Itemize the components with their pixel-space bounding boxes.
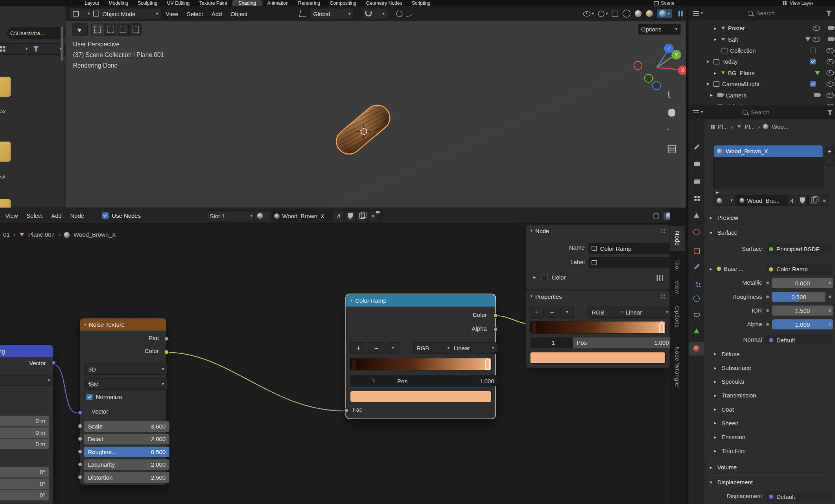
mapping-node-header[interactable]: ▾ Mapping	[0, 345, 53, 357]
panel-collapse-icon[interactable]: ▾	[530, 294, 532, 299]
asset-thumbnail[interactable]	[0, 142, 11, 162]
editor-type-button[interactable]: ▾	[689, 11, 703, 16]
sidebar-tab-node[interactable]: Node	[670, 226, 685, 251]
mapping-location-x[interactable]: 0 m	[0, 416, 49, 426]
ramp-interpolation-dropdown[interactable]: Linear▾	[450, 342, 497, 354]
sidebar-tab-options[interactable]: Options	[670, 301, 685, 333]
collection-exclude-checkbox[interactable]	[810, 47, 816, 53]
collapse-icon[interactable]: ▾	[704, 59, 711, 64]
displacement-panel-header[interactable]: ▾ Displacement	[708, 475, 830, 489]
decorator-dot[interactable]	[829, 323, 831, 326]
noise-distortion-slider[interactable]: Distortion2.500	[84, 472, 170, 483]
outliner-row-poster[interactable]: ▸ Poster	[689, 22, 835, 33]
menu-select[interactable]: Select	[182, 6, 207, 21]
normalize-checkbox[interactable]: Normalize	[86, 394, 122, 400]
mapping-location-y[interactable]: 0 m	[0, 427, 49, 438]
outliner-filter-icon[interactable]	[826, 11, 832, 16]
material-slot-list[interactable]: Wood_Brown_X	[713, 145, 823, 188]
tool-options-dropdown[interactable]: Options▾	[638, 24, 680, 35]
collection-include-checkbox[interactable]	[810, 59, 816, 64]
properties-panel-title[interactable]: Properties	[535, 293, 562, 300]
node-color-row[interactable]: ▸ Color	[531, 274, 566, 280]
render-tab-icon[interactable]	[693, 160, 700, 168]
noise-roughness-socket[interactable]	[77, 449, 82, 454]
filter-button[interactable]: ▾	[30, 43, 65, 55]
view-layer-tab-icon[interactable]	[693, 194, 700, 202]
panel-drag-handle-icon[interactable]	[661, 229, 662, 230]
noise-dimensions-dropdown[interactable]: 3D▾	[85, 364, 168, 375]
outliner-row-bg-plane[interactable]: ▸ BG_Plane	[689, 67, 835, 78]
noise-type-dropdown[interactable]: fBM▾	[85, 379, 168, 390]
ramp-active-color-swatch[interactable]	[350, 391, 491, 402]
panel-ramp-index-field[interactable]: 1	[530, 337, 576, 348]
menu-add[interactable]: Add	[207, 6, 226, 21]
ramp-position-slider[interactable]: Pos1.000	[394, 375, 498, 386]
select-mode-subtract-button[interactable]	[117, 24, 129, 36]
panel-ramp-color-swatch[interactable]	[530, 352, 665, 363]
noise-color-output-socket[interactable]	[164, 350, 168, 355]
snap-button[interactable]: ▾	[362, 8, 388, 19]
outliner-row-camera-light[interactable]: ▾ Camera&Light	[689, 78, 835, 89]
noise-lacunarity-socket[interactable]	[77, 462, 82, 467]
shading-rendered-toggle[interactable]: ▾	[657, 9, 672, 18]
ior-value-slider[interactable]: 1.500	[772, 305, 833, 316]
mapping-rotation-x[interactable]: 0°	[0, 467, 49, 477]
workspace-tab-modeling[interactable]: Modeling	[104, 0, 133, 6]
scene-selector[interactable]: Scene	[654, 0, 675, 6]
ramp-specials-button[interactable]: ▾	[387, 342, 399, 354]
subpanel-specular[interactable]: ▸Specular	[712, 379, 745, 385]
workspace-tab-uv-editing[interactable]: UV Editing	[162, 0, 194, 6]
workspace-tab-texture-paint[interactable]: Texture Paint	[194, 0, 232, 6]
ramp-color-output-socket[interactable]	[493, 313, 498, 318]
noise-detail-socket[interactable]	[77, 436, 82, 441]
subpanel-transmission[interactable]: ▸Transmission	[712, 392, 756, 399]
noise-fac-output-socket[interactable]	[164, 337, 168, 341]
panel-ramp-remove-button[interactable]: −	[545, 307, 559, 318]
select-mode-new-button[interactable]	[91, 24, 103, 36]
display-mode-button[interactable]: ▾	[0, 43, 31, 55]
shading-solid-icon[interactable]	[635, 10, 642, 17]
proportional-editing-icon[interactable]	[396, 10, 402, 17]
noise-lacunarity-slider[interactable]: Lacunarity2.000	[84, 459, 170, 470]
falloff-curve-icon[interactable]	[406, 11, 413, 17]
select-mode-extend-button[interactable]	[104, 24, 116, 36]
subpanel-diffuse[interactable]: ▸Diffuse	[712, 351, 739, 357]
material-tab-active[interactable]	[689, 342, 705, 355]
base-color-row-label[interactable]: ▸ Base ...	[708, 266, 743, 272]
outliner-row-collection[interactable]: Collection	[689, 45, 835, 56]
mapping-node[interactable]: ▾ Mapping Vector Point▾ 0 m 0 m 0 m 0° 0…	[0, 345, 53, 504]
collapse-icon[interactable]: ▾	[704, 81, 711, 86]
add-slot-button[interactable]: +	[826, 147, 834, 156]
subpanel-subsurface[interactable]: ▸Subsurface	[712, 364, 751, 371]
collection-include-checkbox[interactable]	[810, 81, 816, 87]
expand-icon[interactable]: ▸	[712, 37, 718, 42]
pan-hand-tool[interactable]	[668, 109, 675, 117]
workspace-tab-sculpting[interactable]: Sculpting	[133, 0, 162, 6]
panel-ramp-position-slider[interactable]: Pos1.000	[573, 337, 673, 348]
workspace-tab-shading-active[interactable]: Shading	[232, 0, 262, 6]
render-visibility-icon[interactable]	[828, 26, 834, 29]
mapping-type-dropdown[interactable]: Point▾	[0, 375, 53, 386]
render-visibility-icon[interactable]	[828, 37, 834, 41]
node-name-field[interactable]: Color Ramp	[588, 243, 671, 254]
workspace-tab-compositing[interactable]: Compositing	[325, 0, 361, 6]
workspace-tab-geometry-nodes[interactable]: Geometry Nodes	[361, 0, 407, 6]
asset-thumbnail[interactable]	[0, 77, 11, 97]
hide-eye-icon[interactable]	[813, 25, 820, 31]
mode-dropdown[interactable]: Object Mode ▾	[90, 8, 161, 19]
workspace-tab-animation[interactable]: Animation	[262, 0, 293, 6]
hide-eye-icon[interactable]	[826, 70, 834, 75]
menu-object[interactable]: Object	[226, 6, 252, 21]
sidebar-tab-tool[interactable]: Tool	[670, 255, 685, 275]
show-gizmo-toggle[interactable]: ▾	[583, 11, 594, 17]
subpanel-coat[interactable]: ▸Coat	[712, 406, 734, 412]
workspace-tab-rendering[interactable]: Rendering	[293, 0, 325, 6]
outliner-row-today[interactable]: ▾ Today	[689, 56, 835, 67]
subpanel-thin-film[interactable]: ▸Thin Film	[712, 448, 746, 454]
node-label-field[interactable]	[588, 257, 671, 268]
properties-search-field[interactable]: Search	[739, 107, 815, 117]
properties-filter-icon[interactable]	[827, 110, 833, 115]
unlink-material-button[interactable]: ×	[820, 195, 829, 206]
outliner-row-salt[interactable]: ▸ Salt	[689, 33, 835, 44]
panel-color-mode-dropdown[interactable]: RGB▾	[588, 307, 627, 318]
